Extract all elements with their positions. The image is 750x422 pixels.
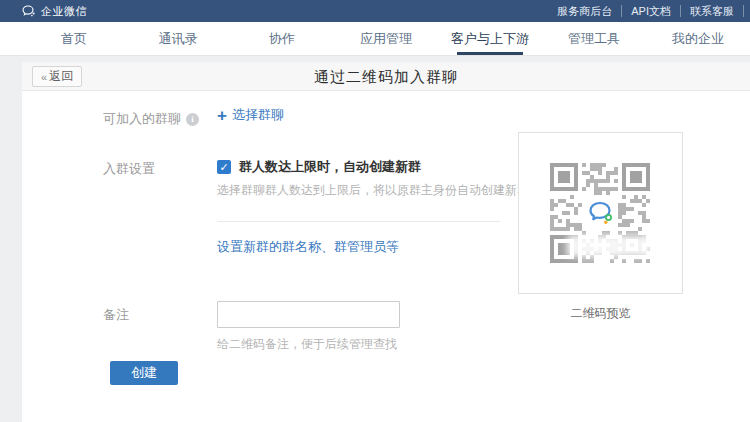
qr-preview-box <box>518 132 683 294</box>
auto-create-checkbox[interactable]: ✓ <box>217 160 231 174</box>
api-docs-link[interactable]: API文档 <box>622 5 681 17</box>
content-card: « 返回 通过二维码加入群聊 可加入的群聊 i + 选择群聊 入群设置 ✓ 群人… <box>22 62 750 422</box>
brand-name: 企业微信 <box>41 4 87 19</box>
tab-my-company[interactable]: 我的企业 <box>646 22 750 55</box>
create-button[interactable]: 创建 <box>110 361 178 385</box>
tab-management-tools[interactable]: 管理工具 <box>542 22 646 55</box>
topbar-links: 服务商后台 API文档 联系客服 <box>548 0 744 22</box>
select-group-chat-label: 选择群聊 <box>232 106 284 124</box>
new-group-settings-link[interactable]: 设置新群的群名称、群管理员等 <box>217 238 399 256</box>
wechat-work-qr-logo-icon <box>586 198 616 228</box>
page-title: 通过二维码加入群聊 <box>22 62 750 91</box>
tab-customers-upstream-downstream[interactable]: 客户与上下游 <box>438 22 542 55</box>
info-icon[interactable]: i <box>186 113 199 126</box>
joinable-group-label-text: 可加入的群聊 <box>103 110 181 128</box>
join-settings-label: 入群设置 <box>103 160 155 178</box>
top-bar: 企业微信 服务商后台 API文档 联系客服 <box>0 0 750 22</box>
join-settings-helper-text: 选择群聊群人数达到上限后，将以原群主身份自动创建新群 <box>217 182 529 199</box>
tab-app-management[interactable]: 应用管理 <box>334 22 438 55</box>
remark-label: 备注 <box>103 306 129 324</box>
auto-create-group-option[interactable]: ✓ 群人数达上限时，自动创建新群 <box>217 158 421 176</box>
qr-preview-caption: 二维码预览 <box>518 305 683 322</box>
main-nav: 首页 通讯录 协作 应用管理 客户与上下游 管理工具 我的企业 <box>0 22 750 56</box>
wechat-work-bubble-icon <box>22 5 36 17</box>
remark-input[interactable] <box>217 301 400 328</box>
joinable-group-label: 可加入的群聊 i <box>103 110 199 128</box>
card-header: « 返回 通过二维码加入群聊 <box>22 62 750 91</box>
qr-masked-area <box>567 235 651 257</box>
section-divider <box>217 221 500 222</box>
tab-contacts[interactable]: 通讯录 <box>126 22 230 55</box>
select-group-chat-link[interactable]: + 选择群聊 <box>217 106 284 124</box>
contact-support-link[interactable]: 联系客服 <box>681 5 744 17</box>
tab-home[interactable]: 首页 <box>22 22 126 55</box>
plus-icon: + <box>217 107 227 124</box>
provider-console-link[interactable]: 服务商后台 <box>548 5 622 17</box>
brand[interactable]: 企业微信 <box>22 4 87 19</box>
tab-collaboration[interactable]: 协作 <box>230 22 334 55</box>
remark-helper-text: 给二维码备注，便于后续管理查找 <box>217 336 397 353</box>
page-background: « 返回 通过二维码加入群聊 可加入的群聊 i + 选择群聊 入群设置 ✓ 群人… <box>0 56 750 422</box>
auto-create-checkbox-label: 群人数达上限时，自动创建新群 <box>239 158 421 176</box>
